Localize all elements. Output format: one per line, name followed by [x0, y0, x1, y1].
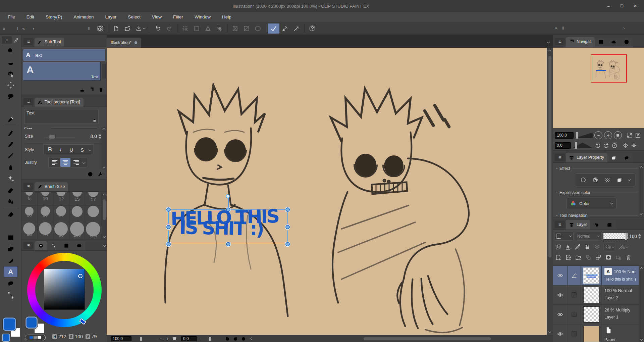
hue-value[interactable]: 212 [58, 334, 66, 339]
nav-zoom-100-icon[interactable] [614, 131, 622, 139]
scroll-up-icon[interactable] [640, 267, 643, 270]
opacity-stepper[interactable] [638, 234, 641, 239]
color-mixing-tab[interactable] [73, 241, 86, 250]
canvas-zoom-field[interactable]: 100.0 [111, 336, 131, 341]
tool-property-scrollbar[interactable] [102, 127, 106, 169]
zoom-in-icon[interactable]: + [164, 336, 171, 341]
canvas-hscroll-thumb[interactable] [364, 337, 491, 340]
color-tabs-more-icon[interactable] [103, 244, 106, 247]
size-slider[interactable] [44, 134, 75, 139]
canvas-vscrollbar[interactable] [547, 48, 553, 335]
effect-border-icon[interactable] [580, 177, 587, 183]
justify-center-button[interactable] [60, 158, 70, 167]
menu-help[interactable]: Help [216, 14, 237, 19]
tool-balloon[interactable] [4, 278, 18, 289]
strikeout-button[interactable]: S [77, 145, 87, 154]
tool-eyedropper[interactable] [4, 114, 18, 125]
canvas-zoom-slider[interactable] [134, 336, 158, 341]
nav-rotate-reset-icon[interactable] [611, 142, 618, 149]
reference-layer-button[interactable] [603, 243, 615, 251]
layer-search-tab[interactable] [607, 153, 620, 162]
duplicate-sub-tool-icon[interactable] [89, 87, 95, 93]
scroll-up-icon[interactable] [103, 128, 105, 131]
fit-to-screen-icon[interactable] [626, 132, 633, 139]
layer-thumbnail[interactable] [583, 306, 599, 323]
document-tab[interactable]: Illustration* [107, 38, 141, 48]
tab-list-icon[interactable] [547, 40, 550, 43]
size-value[interactable]: 8.0 [91, 134, 97, 139]
ruler-layer-button[interactable] [619, 244, 628, 250]
zoom-slider-thumb[interactable] [140, 337, 142, 341]
palette-color-dropdown[interactable] [554, 232, 574, 241]
menu-view[interactable]: View [146, 14, 167, 19]
snap-to-grid-button[interactable] [291, 23, 302, 34]
size-stepper[interactable] [99, 134, 101, 139]
nav-zoom-in-icon[interactable]: + [604, 131, 612, 139]
tool-gradient[interactable] [4, 221, 18, 232]
tool-fill[interactable] [4, 209, 18, 220]
scroll-down-icon[interactable] [548, 330, 551, 333]
snap-to-ruler-button[interactable] [268, 23, 279, 34]
navigator-menu-icon[interactable]: ≡ [555, 38, 565, 45]
effect-layer-color-icon[interactable] [616, 177, 623, 183]
navigator-tab[interactable]: Navigator [566, 37, 595, 47]
layer-history-tab[interactable] [590, 220, 603, 230]
rotate-left-icon[interactable] [225, 336, 230, 341]
scroll-left-icon[interactable] [251, 337, 253, 340]
draft-layer-icon[interactable] [574, 244, 581, 250]
zoom-100-icon[interactable] [171, 337, 178, 340]
layer-property-menu-icon[interactable]: ≡ [555, 154, 565, 161]
canvas-rotate-field[interactable]: 0.0 [181, 336, 197, 341]
navigator-info-tab[interactable] [620, 37, 633, 47]
new-file-button[interactable] [110, 23, 122, 34]
minimize-button[interactable]: – [602, 0, 615, 12]
visibility-eye-icon[interactable] [557, 331, 564, 337]
right-dock-grip-icon[interactable]: ‖ [562, 26, 564, 31]
invert-selection-button[interactable] [202, 23, 214, 34]
color-slider-tab[interactable] [47, 241, 60, 250]
menu-filter[interactable]: Filter [167, 14, 189, 19]
brush-size-option[interactable]: 17 [85, 192, 101, 206]
justify-left-button[interactable] [50, 158, 60, 167]
lock-icon[interactable] [92, 118, 97, 123]
wrench-settings-icon[interactable] [97, 171, 103, 177]
layer-thumbnail[interactable] [583, 267, 599, 284]
tool-figure[interactable] [4, 243, 18, 254]
nav-flip-horizontal-icon[interactable] [622, 142, 629, 149]
layer-tab[interactable]: Layer [566, 220, 590, 230]
brush-size-option[interactable]: 70 [38, 221, 54, 239]
dock-grip-icon[interactable]: ‖ [16, 26, 18, 31]
menu-window[interactable]: Window [189, 14, 216, 19]
tool-hand[interactable] [4, 57, 18, 68]
navigator-rotate-field[interactable]: 0.0 [555, 142, 571, 149]
tool-pen[interactable] [4, 127, 18, 138]
underline-button[interactable]: U [66, 145, 76, 154]
tool-property-tab[interactable]: Tool property [Text] [35, 98, 84, 107]
rotate-slider-thumb[interactable] [209, 337, 211, 341]
brush-size-option[interactable]: 50 [85, 206, 101, 221]
brush-size-option[interactable]: 80 [53, 221, 69, 239]
nav-zoom-out-icon[interactable]: − [594, 131, 602, 139]
color-history-bar[interactable] [25, 335, 46, 340]
transfer-to-lower-layer-icon[interactable] [585, 254, 592, 261]
layer-property-scrollbar[interactable] [639, 165, 643, 216]
menu-file[interactable]: File [2, 14, 21, 19]
tool-property-menu-icon[interactable]: ≡ [23, 98, 34, 105]
tool-text[interactable]: A [4, 266, 18, 277]
tool-blend[interactable] [4, 196, 18, 207]
scroll-down-icon[interactable] [103, 235, 106, 238]
italic-button[interactable]: I [56, 145, 66, 154]
value-value[interactable]: 79 [92, 334, 97, 339]
style-more-icon[interactable] [89, 148, 91, 151]
menu-story[interactable]: Story(P) [40, 14, 68, 19]
maximize-button[interactable]: ❐ [615, 0, 629, 12]
color-wheel-tab[interactable] [35, 241, 47, 250]
scroll-up-icon[interactable] [103, 194, 106, 196]
justify-right-button[interactable] [71, 158, 81, 167]
open-file-button[interactable] [122, 23, 133, 34]
layer-row-paper[interactable]: Paper [553, 324, 639, 342]
tool-frame-border[interactable] [4, 232, 18, 243]
tool-decoration[interactable] [4, 173, 18, 184]
opacity-slider-thumb[interactable] [625, 233, 627, 240]
color-set-tab[interactable] [60, 241, 73, 250]
